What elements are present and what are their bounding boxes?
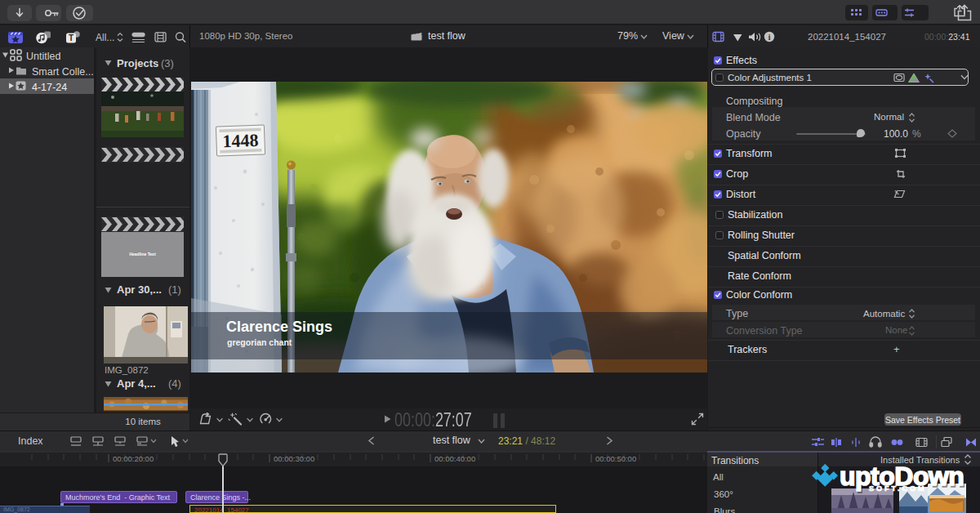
svg-text:00:00:20:00: 00:00:20:00 [113,454,154,463]
svg-text:SOFT.COM: SOFT.COM [869,484,927,493]
svg-text:i: i [768,33,771,42]
svg-text:gregorian chant: gregorian chant [227,337,292,347]
svg-text:00:00:40:00: 00:00:40:00 [434,454,475,463]
svg-text:T: T [69,33,74,42]
svg-text:Clarence Sings: Clarence Sings [226,319,332,335]
svg-text:00:00:30:00: 00:00:30:00 [274,454,314,463]
svg-text:1448: 1448 [222,130,259,152]
svg-text:00:00:50:00: 00:00:50:00 [595,454,636,463]
